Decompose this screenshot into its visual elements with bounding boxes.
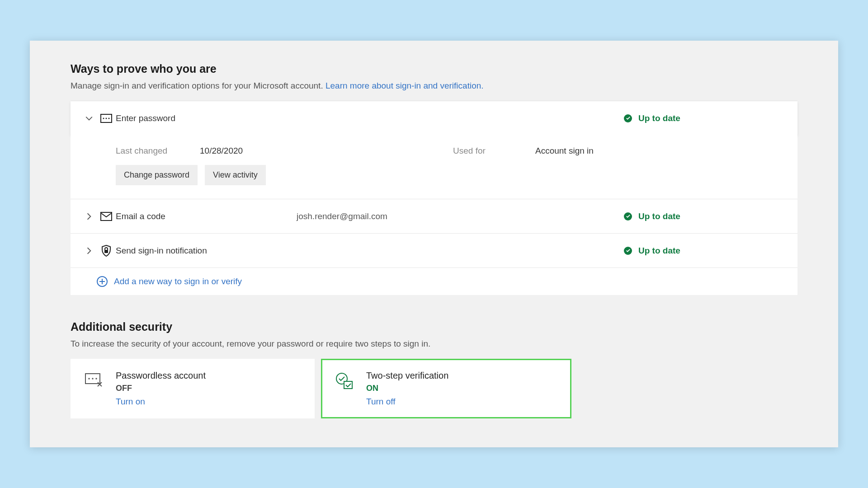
enter-password-row[interactable]: Enter password Up to date <box>71 101 797 135</box>
chevron-down-icon <box>81 114 97 122</box>
change-password-button[interactable]: Change password <box>116 165 198 185</box>
section-description: Manage sign-in and verification options … <box>71 81 797 91</box>
two-step-verification-card: Two-step verification ON Turn off <box>321 359 571 418</box>
section-title: Ways to prove who you are <box>71 62 797 75</box>
security-settings-page: Ways to prove who you are Manage sign-in… <box>30 41 838 447</box>
status-badge: Up to date <box>624 113 787 123</box>
card-title: Passwordless account <box>116 371 301 381</box>
row-label: Email a code <box>116 211 297 221</box>
card-state: ON <box>366 384 558 393</box>
svg-point-2 <box>106 117 107 119</box>
card-state: OFF <box>116 384 301 393</box>
email-value: josh.render@gmail.com <box>297 211 624 221</box>
svg-point-7 <box>88 378 90 379</box>
password-icon <box>97 114 116 123</box>
password-details-panel: Last changed 10/28/2020 Used for Account… <box>71 135 797 199</box>
svg-rect-11 <box>344 381 352 389</box>
turn-off-link[interactable]: Turn off <box>366 397 558 407</box>
section-title: Additional security <box>71 320 797 333</box>
email-code-row[interactable]: Email a code josh.render@gmail.com Up to… <box>71 199 797 234</box>
svg-point-9 <box>95 378 97 379</box>
svg-point-8 <box>92 378 93 379</box>
section-description: To increase the security of your account… <box>71 339 797 349</box>
used-for-label: Used for <box>453 146 535 156</box>
additional-security-section: Additional security To increase the secu… <box>71 320 797 418</box>
envelope-icon <box>97 212 116 221</box>
check-circle-icon <box>624 247 632 255</box>
view-activity-button[interactable]: View activity <box>205 165 266 185</box>
learn-more-link[interactable]: Learn more about sign-in and verificatio… <box>326 81 484 90</box>
ways-to-prove-section: Ways to prove who you are Manage sign-in… <box>71 62 797 295</box>
plus-circle-icon <box>97 276 108 287</box>
check-circle-icon <box>624 114 632 122</box>
row-label: Send sign-in notification <box>116 246 297 256</box>
turn-on-link[interactable]: Turn on <box>116 397 301 407</box>
add-signin-method-link[interactable]: Add a new way to sign in or verify <box>71 268 797 295</box>
last-changed-value: 10/28/2020 <box>200 146 453 156</box>
status-badge: Up to date <box>624 246 787 256</box>
shield-lock-icon <box>97 245 116 257</box>
row-label: Enter password <box>116 113 297 123</box>
check-circle-icon <box>624 212 632 221</box>
svg-point-1 <box>103 117 104 119</box>
card-title: Two-step verification <box>366 371 558 381</box>
used-for-value: Account sign in <box>535 146 594 156</box>
double-check-icon <box>335 371 354 389</box>
passwordless-account-card: Passwordless account OFF Turn on <box>71 359 315 418</box>
chevron-right-icon <box>81 247 97 255</box>
password-x-icon <box>84 371 104 387</box>
status-badge: Up to date <box>624 211 787 221</box>
svg-point-3 <box>108 117 110 119</box>
chevron-right-icon <box>81 212 97 221</box>
signin-notification-row[interactable]: Send sign-in notification Up to date <box>71 234 797 268</box>
svg-rect-5 <box>104 250 108 253</box>
last-changed-label: Last changed <box>116 146 200 156</box>
